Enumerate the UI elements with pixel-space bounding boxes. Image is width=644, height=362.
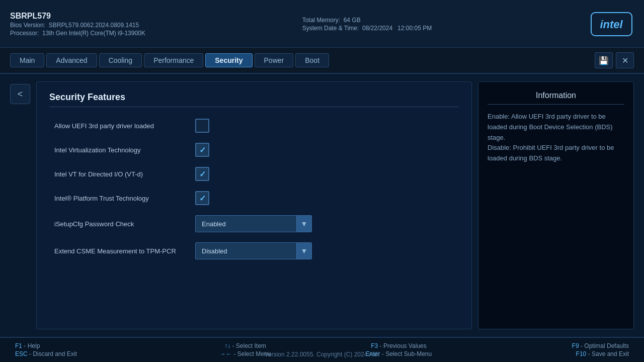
header: SBRPL579 Bios Version: SBRPL579.0062.202…: [0, 0, 644, 48]
setting-control-vtd: [195, 167, 209, 181]
dropdown-password[interactable]: Enabled ▼: [195, 215, 312, 232]
setting-row-uefi-driver: Allow UEFI 3rd party driver loaded: [49, 115, 459, 137]
tab-boot[interactable]: Boot: [295, 53, 329, 67]
footer-arrows: ↑↓ - Select Item: [224, 342, 266, 349]
checkbox-uefi-driver[interactable]: [195, 119, 209, 133]
bios-version-row: Bios Version: SBRPL579.0062.2024.0809.14…: [10, 22, 145, 29]
tab-cooling[interactable]: Cooling: [99, 53, 142, 67]
enter-label: - Select Sub-Menu: [382, 350, 432, 357]
setting-row-csme: Extend CSME Measurement to TPM-PCR Disab…: [49, 238, 459, 263]
time-value: 12:00:05 PM: [397, 25, 432, 32]
f3-label: - Previous Values: [380, 342, 427, 349]
f3-key: F3: [371, 342, 378, 349]
setting-control-password: Enabled ▼: [195, 215, 312, 232]
close-icon: ✕: [622, 56, 628, 65]
info-panel: Information Enable: Allow UEFI 3rd party…: [478, 81, 634, 329]
setting-label-csme: Extend CSME Measurement to TPM-PCR: [54, 247, 195, 255]
f1-key: F1: [15, 342, 22, 349]
footer-f9: F9 - Optimal Defaults: [572, 342, 629, 349]
setting-control-uefi-driver: [195, 119, 209, 133]
tab-security[interactable]: Security: [205, 53, 252, 67]
f9-key: F9: [572, 342, 579, 349]
setting-label-password: iSetupCfg Password Check: [54, 220, 195, 228]
info-title: Information: [488, 91, 624, 105]
checkbox-vt[interactable]: [195, 143, 209, 157]
dropdown-password-value: Enabled: [196, 217, 296, 231]
dropdown-csme-value: Disabled: [196, 244, 296, 258]
main-content: < Security Features Allow UEFI 3rd party…: [0, 74, 644, 337]
tab-power[interactable]: Power: [255, 53, 294, 67]
dropdown-password-arrow: ▼: [296, 216, 311, 232]
info-text: Enable: Allow UEFI 3rd party driver to b…: [488, 112, 624, 164]
footer-enter-arrows: →← - Select Menu: [220, 350, 271, 357]
save-icon-button[interactable]: 💾: [595, 52, 613, 68]
total-memory-label: Total Memory:: [302, 17, 340, 24]
tab-performance[interactable]: Performance: [144, 53, 203, 67]
close-icon-button[interactable]: ✕: [616, 52, 634, 68]
bios-version-label: Bios Version:: [10, 22, 45, 29]
content-panel: Security Features Allow UEFI 3rd party d…: [36, 81, 472, 329]
f1-label: - Help: [24, 342, 40, 349]
f10-key: F10: [576, 350, 587, 357]
setting-row-vt: Intel Virtualization Technology: [49, 139, 459, 161]
intel-logo-container: intel: [589, 11, 634, 38]
setting-row-ptt: Intel® Platform Trust Technology: [49, 187, 459, 209]
save-icon: 💾: [599, 56, 609, 65]
footer-f1: F1 - Help: [15, 342, 169, 349]
footer-left: F1 - Help ESC - Discard and Exit: [15, 342, 169, 357]
setting-control-ptt: [195, 191, 209, 205]
setting-label-vt: Intel Virtualization Technology: [54, 146, 195, 154]
intel-logo: intel: [589, 11, 634, 38]
checkbox-ptt[interactable]: [195, 191, 209, 205]
processor-value: 13th Gen Intel(R) Core(TM) i9-13900K: [42, 30, 145, 37]
setting-control-csme: Disabled ▼: [195, 242, 312, 259]
f9-label: - Optimal Defaults: [581, 342, 629, 349]
dropdown-csme[interactable]: Disabled ▼: [195, 242, 312, 259]
tab-advanced[interactable]: Advanced: [46, 53, 97, 67]
total-memory-value: 64 GB: [344, 17, 361, 24]
arrows-key: ↑↓: [224, 342, 230, 349]
processor-row: Processor: 13th Gen Intel(R) Core(TM) i9…: [10, 30, 145, 37]
footer-f10: F10 - Save and Exit: [576, 350, 629, 357]
back-arrow-icon: <: [18, 89, 23, 100]
checkbox-vtd[interactable]: [195, 167, 209, 181]
bios-version-value: SBRPL579.0062.2024.0809.1415: [49, 22, 139, 29]
datetime-label: System Date & Time:: [302, 25, 359, 32]
svg-text:intel: intel: [600, 18, 623, 31]
footer-version: Version 2.22.0055. Copyright (C) 2024 AM…: [265, 351, 380, 358]
nav-actions: 💾 ✕: [595, 52, 634, 68]
setting-label-uefi-driver: Allow UEFI 3rd party driver loaded: [54, 122, 195, 130]
header-datetime: Total Memory: 64 GB System Date & Time: …: [302, 17, 432, 32]
navbar: Main Advanced Cooling Performance Securi…: [0, 48, 644, 74]
esc-key: ESC: [15, 350, 28, 357]
enter-arrows-key: →←: [220, 350, 232, 357]
back-button[interactable]: <: [10, 84, 30, 104]
date-value: 08/22/2024: [362, 25, 392, 32]
dropdown-csme-arrow: ▼: [296, 243, 311, 259]
header-system-info: SBRPL579 Bios Version: SBRPL579.0062.202…: [10, 12, 145, 37]
esc-label: - Discard and Exit: [29, 350, 77, 357]
arrows-label: - Select Item: [232, 342, 266, 349]
setting-label-vtd: Intel VT for Directed I/O (VT-d): [54, 170, 195, 178]
section-title: Security Features: [49, 92, 459, 107]
processor-label: Processor:: [10, 30, 39, 37]
footer-right: F9 - Optimal Defaults F10 - Save and Exi…: [475, 342, 629, 357]
f10-label: - Save and Exit: [588, 350, 629, 357]
tab-main[interactable]: Main: [10, 53, 44, 67]
bios-model: SBRPL579: [10, 12, 145, 21]
memory-row: Total Memory: 64 GB: [302, 17, 361, 24]
footer-f3: F3 - Previous Values: [371, 342, 427, 349]
setting-label-ptt: Intel® Platform Trust Technology: [54, 195, 195, 202]
footer-esc: ESC - Discard and Exit: [15, 350, 169, 357]
datetime-row: System Date & Time: 08/22/2024 12:00:05 …: [302, 25, 432, 32]
footer: F1 - Help ESC - Discard and Exit ↑↓ - Se…: [0, 337, 644, 362]
setting-row-vtd: Intel VT for Directed I/O (VT-d): [49, 163, 459, 185]
setting-row-password: iSetupCfg Password Check Enabled ▼: [49, 211, 459, 236]
setting-control-vt: [195, 143, 209, 157]
